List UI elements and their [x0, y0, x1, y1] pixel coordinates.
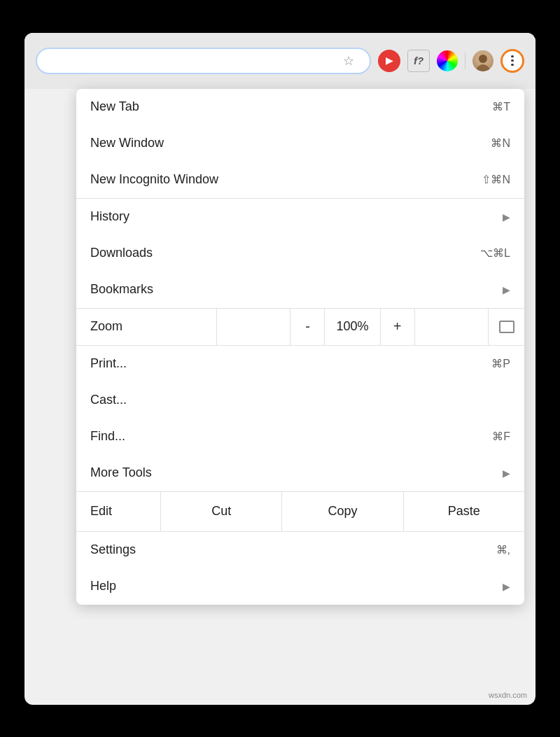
edit-row: Edit Cut Copy Paste [76, 492, 524, 532]
menu-item-settings[interactable]: Settings ⌘, [76, 532, 524, 568]
fullscreen-button[interactable] [488, 309, 524, 345]
color-picker-icon[interactable] [437, 50, 458, 71]
menu-item-cast[interactable]: Cast... [76, 382, 524, 419]
chrome-menu-button[interactable] [500, 49, 524, 73]
fullscreen-icon [499, 321, 514, 333]
zoom-row: Zoom - 100% + [76, 309, 524, 346]
formula-icon[interactable]: f? [407, 50, 430, 72]
zoom-out-button[interactable]: - [290, 309, 325, 345]
menu-dot [511, 55, 514, 57]
paste-button[interactable]: Paste [403, 492, 524, 531]
star-icon[interactable]: ☆ [337, 50, 360, 72]
watermark: wsxdn.com [489, 691, 527, 699]
menu-item-new-window[interactable]: New Window ⌘N [76, 125, 524, 162]
avatar-image [472, 50, 493, 71]
menu-item-bookmarks[interactable]: Bookmarks ▶ [76, 272, 524, 308]
menu-item-new-tab[interactable]: New Tab ⌘T [76, 89, 524, 125]
menu-item-history[interactable]: History ▶ [76, 199, 524, 235]
browser-frame: ☆ ▶ f? New Tab ⌘T New Window ⌘N New Inco… [24, 33, 536, 705]
browser-toolbar: ☆ ▶ f? [24, 33, 536, 89]
zoom-controls: - 100% + [216, 309, 488, 345]
menu-item-more-tools[interactable]: More Tools ▶ [76, 455, 524, 491]
zoom-in-button[interactable]: + [380, 309, 415, 345]
pomodoro-icon[interactable]: ▶ [378, 50, 400, 72]
menu-item-downloads[interactable]: Downloads ⌥⌘L [76, 235, 524, 272]
menu-item-help[interactable]: Help ▶ [76, 568, 524, 605]
menu-item-print[interactable]: Print... ⌘P [76, 346, 524, 382]
address-bar[interactable]: ☆ [36, 48, 371, 74]
menu-dot [511, 64, 514, 66]
toolbar-divider [465, 52, 465, 69]
menu-item-find[interactable]: Find... ⌘F [76, 419, 524, 455]
cut-button[interactable]: Cut [160, 492, 281, 531]
chrome-dropdown-menu: New Tab ⌘T New Window ⌘N New Incognito W… [76, 89, 524, 605]
avatar[interactable] [472, 50, 493, 71]
copy-button[interactable]: Copy [281, 492, 402, 531]
menu-dot [511, 59, 514, 62]
menu-item-new-incognito[interactable]: New Incognito Window ⇧⌘N [76, 162, 524, 198]
